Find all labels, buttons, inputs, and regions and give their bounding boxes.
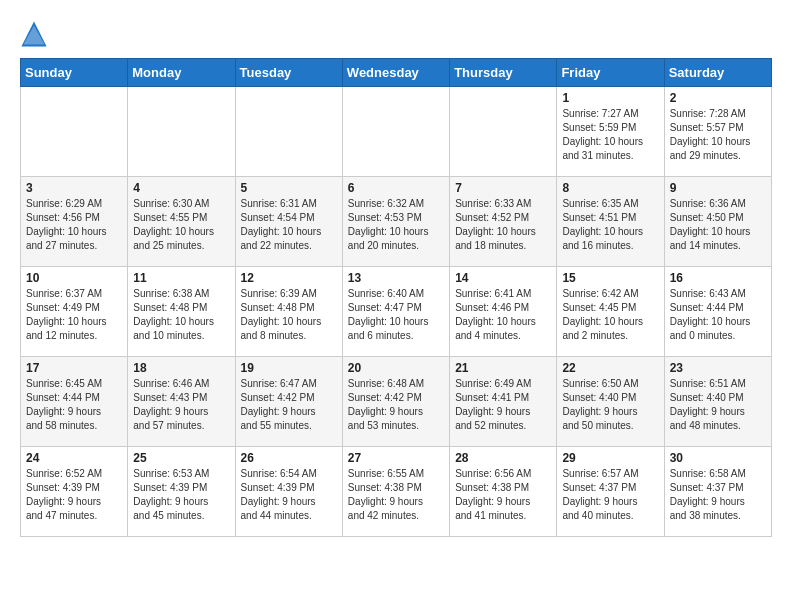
day-info: Sunrise: 6:36 AM Sunset: 4:50 PM Dayligh… (670, 197, 766, 253)
day-number: 23 (670, 361, 766, 375)
day-info: Sunrise: 6:50 AM Sunset: 4:40 PM Dayligh… (562, 377, 658, 433)
day-info: Sunrise: 6:52 AM Sunset: 4:39 PM Dayligh… (26, 467, 122, 523)
calendar-cell: 20Sunrise: 6:48 AM Sunset: 4:42 PM Dayli… (342, 357, 449, 447)
calendar-cell: 4Sunrise: 6:30 AM Sunset: 4:55 PM Daylig… (128, 177, 235, 267)
calendar-cell (235, 87, 342, 177)
day-number: 12 (241, 271, 337, 285)
day-number: 27 (348, 451, 444, 465)
day-number: 6 (348, 181, 444, 195)
calendar-cell: 3Sunrise: 6:29 AM Sunset: 4:56 PM Daylig… (21, 177, 128, 267)
calendar-header-monday: Monday (128, 59, 235, 87)
day-info: Sunrise: 6:39 AM Sunset: 4:48 PM Dayligh… (241, 287, 337, 343)
calendar-header-saturday: Saturday (664, 59, 771, 87)
calendar-cell (342, 87, 449, 177)
day-info: Sunrise: 6:31 AM Sunset: 4:54 PM Dayligh… (241, 197, 337, 253)
day-number: 14 (455, 271, 551, 285)
day-info: Sunrise: 6:33 AM Sunset: 4:52 PM Dayligh… (455, 197, 551, 253)
day-info: Sunrise: 6:56 AM Sunset: 4:38 PM Dayligh… (455, 467, 551, 523)
day-info: Sunrise: 6:45 AM Sunset: 4:44 PM Dayligh… (26, 377, 122, 433)
day-info: Sunrise: 6:32 AM Sunset: 4:53 PM Dayligh… (348, 197, 444, 253)
calendar-cell: 12Sunrise: 6:39 AM Sunset: 4:48 PM Dayli… (235, 267, 342, 357)
day-number: 30 (670, 451, 766, 465)
calendar-cell: 2Sunrise: 7:28 AM Sunset: 5:57 PM Daylig… (664, 87, 771, 177)
calendar-cell: 13Sunrise: 6:40 AM Sunset: 4:47 PM Dayli… (342, 267, 449, 357)
calendar-cell: 9Sunrise: 6:36 AM Sunset: 4:50 PM Daylig… (664, 177, 771, 267)
calendar-cell: 25Sunrise: 6:53 AM Sunset: 4:39 PM Dayli… (128, 447, 235, 537)
day-number: 18 (133, 361, 229, 375)
calendar-cell: 7Sunrise: 6:33 AM Sunset: 4:52 PM Daylig… (450, 177, 557, 267)
day-info: Sunrise: 6:46 AM Sunset: 4:43 PM Dayligh… (133, 377, 229, 433)
calendar-week-row: 10Sunrise: 6:37 AM Sunset: 4:49 PM Dayli… (21, 267, 772, 357)
day-info: Sunrise: 6:41 AM Sunset: 4:46 PM Dayligh… (455, 287, 551, 343)
day-number: 24 (26, 451, 122, 465)
calendar-header-sunday: Sunday (21, 59, 128, 87)
day-info: Sunrise: 6:29 AM Sunset: 4:56 PM Dayligh… (26, 197, 122, 253)
day-info: Sunrise: 6:49 AM Sunset: 4:41 PM Dayligh… (455, 377, 551, 433)
day-info: Sunrise: 6:40 AM Sunset: 4:47 PM Dayligh… (348, 287, 444, 343)
calendar-week-row: 1Sunrise: 7:27 AM Sunset: 5:59 PM Daylig… (21, 87, 772, 177)
day-info: Sunrise: 6:30 AM Sunset: 4:55 PM Dayligh… (133, 197, 229, 253)
calendar-cell: 28Sunrise: 6:56 AM Sunset: 4:38 PM Dayli… (450, 447, 557, 537)
day-number: 9 (670, 181, 766, 195)
calendar-cell: 1Sunrise: 7:27 AM Sunset: 5:59 PM Daylig… (557, 87, 664, 177)
day-info: Sunrise: 6:54 AM Sunset: 4:39 PM Dayligh… (241, 467, 337, 523)
calendar-cell: 14Sunrise: 6:41 AM Sunset: 4:46 PM Dayli… (450, 267, 557, 357)
calendar-cell: 22Sunrise: 6:50 AM Sunset: 4:40 PM Dayli… (557, 357, 664, 447)
day-number: 16 (670, 271, 766, 285)
day-info: Sunrise: 6:53 AM Sunset: 4:39 PM Dayligh… (133, 467, 229, 523)
day-number: 4 (133, 181, 229, 195)
calendar-cell: 30Sunrise: 6:58 AM Sunset: 4:37 PM Dayli… (664, 447, 771, 537)
day-info: Sunrise: 6:37 AM Sunset: 4:49 PM Dayligh… (26, 287, 122, 343)
day-number: 11 (133, 271, 229, 285)
calendar-cell (21, 87, 128, 177)
calendar-cell: 10Sunrise: 6:37 AM Sunset: 4:49 PM Dayli… (21, 267, 128, 357)
day-number: 3 (26, 181, 122, 195)
calendar-table: SundayMondayTuesdayWednesdayThursdayFrid… (20, 58, 772, 537)
day-info: Sunrise: 6:38 AM Sunset: 4:48 PM Dayligh… (133, 287, 229, 343)
day-info: Sunrise: 6:42 AM Sunset: 4:45 PM Dayligh… (562, 287, 658, 343)
day-number: 20 (348, 361, 444, 375)
calendar-header-wednesday: Wednesday (342, 59, 449, 87)
day-number: 2 (670, 91, 766, 105)
calendar-cell (128, 87, 235, 177)
calendar-cell (450, 87, 557, 177)
day-info: Sunrise: 6:58 AM Sunset: 4:37 PM Dayligh… (670, 467, 766, 523)
day-number: 8 (562, 181, 658, 195)
calendar-header-row: SundayMondayTuesdayWednesdayThursdayFrid… (21, 59, 772, 87)
day-number: 21 (455, 361, 551, 375)
day-number: 15 (562, 271, 658, 285)
day-info: Sunrise: 6:57 AM Sunset: 4:37 PM Dayligh… (562, 467, 658, 523)
calendar-cell: 23Sunrise: 6:51 AM Sunset: 4:40 PM Dayli… (664, 357, 771, 447)
day-number: 22 (562, 361, 658, 375)
day-info: Sunrise: 7:27 AM Sunset: 5:59 PM Dayligh… (562, 107, 658, 163)
calendar-cell: 19Sunrise: 6:47 AM Sunset: 4:42 PM Dayli… (235, 357, 342, 447)
calendar-cell: 17Sunrise: 6:45 AM Sunset: 4:44 PM Dayli… (21, 357, 128, 447)
day-number: 10 (26, 271, 122, 285)
logo (20, 20, 52, 48)
calendar-week-row: 17Sunrise: 6:45 AM Sunset: 4:44 PM Dayli… (21, 357, 772, 447)
calendar-header-tuesday: Tuesday (235, 59, 342, 87)
calendar-cell: 15Sunrise: 6:42 AM Sunset: 4:45 PM Dayli… (557, 267, 664, 357)
day-number: 1 (562, 91, 658, 105)
calendar-week-row: 3Sunrise: 6:29 AM Sunset: 4:56 PM Daylig… (21, 177, 772, 267)
calendar-cell: 27Sunrise: 6:55 AM Sunset: 4:38 PM Dayli… (342, 447, 449, 537)
calendar-cell: 18Sunrise: 6:46 AM Sunset: 4:43 PM Dayli… (128, 357, 235, 447)
day-number: 26 (241, 451, 337, 465)
day-number: 29 (562, 451, 658, 465)
calendar-cell: 5Sunrise: 6:31 AM Sunset: 4:54 PM Daylig… (235, 177, 342, 267)
svg-marker-1 (24, 26, 45, 45)
page-header (20, 20, 772, 48)
day-info: Sunrise: 6:51 AM Sunset: 4:40 PM Dayligh… (670, 377, 766, 433)
day-info: Sunrise: 6:48 AM Sunset: 4:42 PM Dayligh… (348, 377, 444, 433)
day-info: Sunrise: 6:47 AM Sunset: 4:42 PM Dayligh… (241, 377, 337, 433)
calendar-cell: 29Sunrise: 6:57 AM Sunset: 4:37 PM Dayli… (557, 447, 664, 537)
day-info: Sunrise: 6:35 AM Sunset: 4:51 PM Dayligh… (562, 197, 658, 253)
calendar-cell: 21Sunrise: 6:49 AM Sunset: 4:41 PM Dayli… (450, 357, 557, 447)
day-info: Sunrise: 6:43 AM Sunset: 4:44 PM Dayligh… (670, 287, 766, 343)
calendar-cell: 8Sunrise: 6:35 AM Sunset: 4:51 PM Daylig… (557, 177, 664, 267)
day-number: 28 (455, 451, 551, 465)
calendar-cell: 16Sunrise: 6:43 AM Sunset: 4:44 PM Dayli… (664, 267, 771, 357)
calendar-week-row: 24Sunrise: 6:52 AM Sunset: 4:39 PM Dayli… (21, 447, 772, 537)
day-number: 7 (455, 181, 551, 195)
day-number: 25 (133, 451, 229, 465)
